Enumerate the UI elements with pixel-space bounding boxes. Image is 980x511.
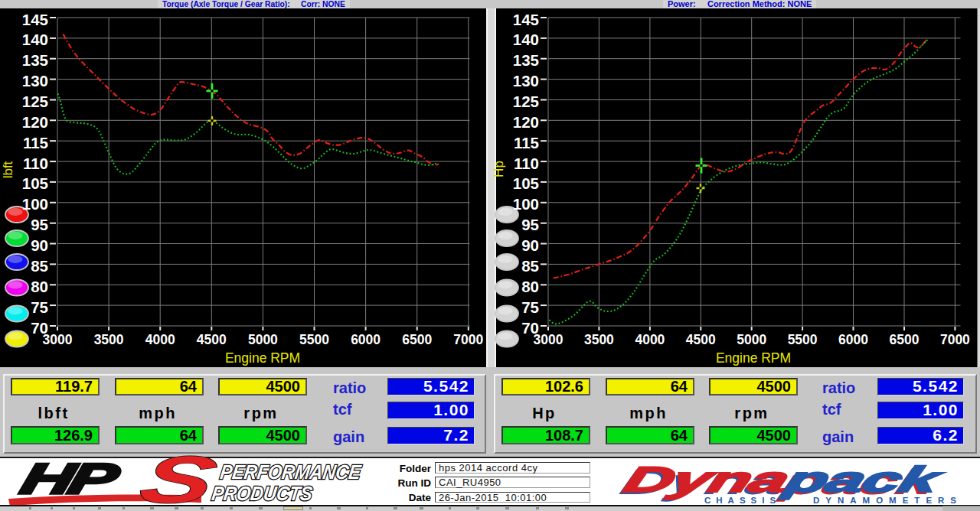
svg-text:115: 115 (514, 134, 539, 151)
svg-text:100: 100 (22, 195, 48, 213)
svg-text:4500: 4500 (197, 332, 227, 347)
svg-text:135: 135 (513, 51, 539, 69)
svg-text:140: 140 (513, 31, 539, 48)
svg-text:145: 145 (22, 11, 48, 28)
svg-text:135: 135 (22, 51, 48, 69)
svg-text:90: 90 (521, 236, 539, 254)
svg-text:3000: 3000 (534, 332, 564, 347)
svg-text:140: 140 (22, 31, 48, 48)
svg-text:Engine RPM: Engine RPM (716, 350, 791, 366)
svg-text:110: 110 (514, 155, 539, 172)
svg-text:5000: 5000 (737, 332, 766, 347)
svg-text:3000: 3000 (43, 332, 73, 347)
svg-text:6500: 6500 (402, 332, 432, 347)
svg-text:110: 110 (23, 155, 48, 172)
svg-text:6500: 6500 (890, 332, 920, 347)
svg-text:85: 85 (31, 257, 48, 275)
svg-text:PERFORMANCE: PERFORMANCE (219, 461, 364, 483)
svg-text:100: 100 (513, 195, 539, 213)
svg-text:95: 95 (521, 216, 539, 233)
svg-text:7000: 7000 (940, 332, 970, 347)
svg-text:80: 80 (521, 278, 539, 295)
svg-text:5500: 5500 (299, 332, 329, 347)
svg-text:3500: 3500 (584, 332, 614, 347)
svg-text:5000: 5000 (248, 332, 278, 347)
svg-text:120: 120 (22, 113, 48, 131)
svg-text:125: 125 (22, 93, 48, 110)
svg-text:85: 85 (521, 257, 539, 275)
svg-text:7000: 7000 (453, 332, 483, 347)
svg-text:125: 125 (513, 93, 539, 110)
svg-text:90: 90 (31, 236, 48, 254)
svg-text:75: 75 (521, 298, 539, 316)
svg-text:105: 105 (513, 174, 539, 192)
svg-text:5500: 5500 (788, 332, 818, 347)
svg-text:80: 80 (31, 278, 48, 295)
svg-text:105: 105 (22, 174, 48, 192)
svg-text:4000: 4000 (145, 332, 175, 347)
svg-text:Engine RPM: Engine RPM (225, 350, 300, 366)
svg-text:75: 75 (31, 298, 48, 316)
svg-text:4000: 4000 (635, 332, 665, 347)
svg-text:4500: 4500 (686, 332, 716, 347)
svg-text:6000: 6000 (351, 332, 381, 347)
svg-text:lbft: lbft (1, 161, 15, 178)
svg-text:130: 130 (513, 72, 539, 90)
svg-text:120: 120 (513, 113, 539, 131)
svg-text:6000: 6000 (838, 332, 868, 347)
svg-text:130: 130 (22, 72, 48, 90)
svg-text:3500: 3500 (94, 332, 124, 347)
svg-text:95: 95 (31, 216, 48, 233)
svg-text:PRODUCTS: PRODUCTS (211, 482, 315, 504)
svg-text:145: 145 (513, 11, 539, 28)
svg-text:HP: HP (16, 455, 124, 503)
svg-text:115: 115 (23, 134, 48, 151)
svg-text:Hp: Hp (492, 161, 506, 177)
